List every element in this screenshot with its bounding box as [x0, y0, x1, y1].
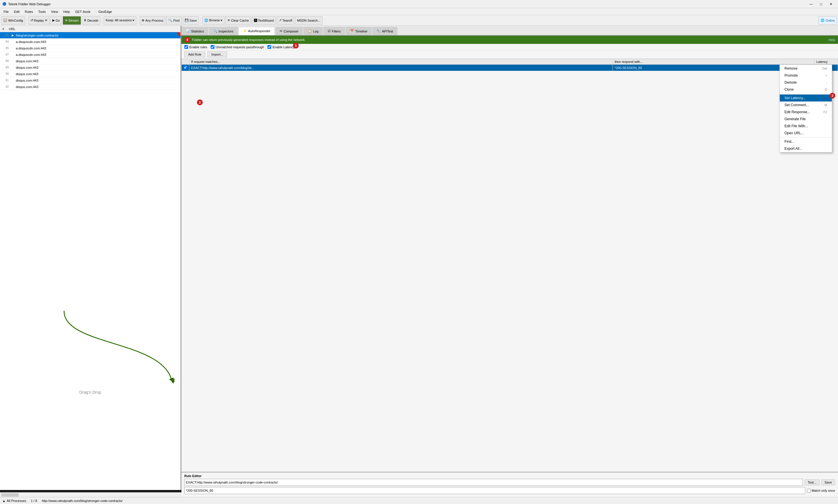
banner-text: Fiddler can return previously generated …	[192, 38, 305, 41]
horizontal-scrollbar[interactable]	[0, 492, 181, 497]
context-menu-find[interactable]: Find...	[780, 138, 832, 145]
badge-2: 2	[197, 100, 203, 105]
tab-statistics[interactable]: 📊 Statistics	[181, 27, 208, 35]
table-row[interactable]: EXACT:http://www.rahulpnath.com/blog/str…	[182, 65, 838, 71]
table-row[interactable]: 92 disqus.com:443	[0, 84, 180, 90]
session-url: disqus.com:443	[16, 79, 179, 82]
geoedge-menu[interactable]: GeoEdge	[96, 10, 112, 14]
unmatched-passthrough-label[interactable]: Unmatched requests passthrough	[211, 45, 264, 49]
titlebar: 🔵 Telerik Fiddler Web Debugger — □ ✕	[0, 0, 838, 8]
enable-latency-checkbox[interactable]	[267, 45, 271, 49]
tab-composer[interactable]: ✏ Composer	[275, 27, 303, 35]
tab-timeline[interactable]: 📅 Timeline	[345, 27, 372, 35]
context-menu-remove[interactable]: Remove Del	[780, 65, 832, 72]
tearoff-button[interactable]: ↗ Tearoff	[277, 16, 294, 24]
context-menu-set-comment[interactable]: Set Comment... M	[780, 102, 832, 109]
context-menu-promote[interactable]: Promote +	[780, 72, 832, 79]
text-wizard-button[interactable]: 🅰 TextWizard	[252, 16, 276, 24]
msdn-search-button[interactable]: MSDN Search...	[295, 16, 322, 24]
enable-latency-label[interactable]: Enable Latency 5	[267, 45, 295, 49]
help-link[interactable]: Help	[828, 38, 835, 41]
session-number: 88	[1, 59, 10, 62]
match-only-once-label[interactable]: Match only once	[807, 489, 835, 492]
enable-rules-label[interactable]: Enable rules	[184, 45, 207, 49]
tab-inspectors[interactable]: 🔍 Inspectors	[209, 27, 238, 35]
rule-editor-label: Rule Editor	[184, 474, 835, 478]
svg-marker-0	[170, 379, 175, 384]
table-row[interactable]: 80 ▶ /blog/stronger-code-contracts/ 1	[0, 32, 180, 39]
menu-rules[interactable]: Rules	[22, 10, 35, 14]
session-url: disqus.com:443	[16, 59, 179, 63]
save-button[interactable]: 💾 Save	[183, 16, 199, 24]
table-row[interactable]: 84 a.disquscdn.com:443	[0, 39, 180, 45]
col-check	[182, 59, 189, 65]
tab-apitest[interactable]: 🔧 APITest	[372, 27, 397, 35]
stream-icon: ≋	[65, 18, 68, 22]
rule-respond-input[interactable]	[184, 487, 805, 494]
add-rule-button[interactable]: Add Rule	[184, 52, 205, 57]
rule-save-button[interactable]: Save	[821, 480, 835, 485]
log-icon: 📋	[308, 29, 312, 33]
table-row[interactable]: 87 a.disquscdn.com:443	[0, 52, 180, 58]
rules-table-container: If request matches... then respond with.…	[181, 59, 838, 472]
context-menu-set-latency[interactable]: Set Latency... 3	[780, 94, 832, 102]
table-row[interactable]: 88 disqus.com:443	[0, 58, 180, 64]
browse-button[interactable]: 🌐 Browse ▾	[202, 16, 225, 24]
badge-5: 5	[293, 43, 299, 49]
context-menu-edit-response[interactable]: Edit Response... F2	[780, 109, 832, 115]
decode-button[interactable]: ⬇ Decode	[82, 16, 100, 24]
maximize-button[interactable]: □	[816, 1, 826, 7]
tab-filters[interactable]: ☑ Filters	[323, 27, 345, 35]
keep-sessions-button[interactable]: Keep: All sessions ▾	[104, 16, 136, 24]
close-button[interactable]: ✕	[826, 1, 836, 7]
badge-3: 3	[830, 93, 835, 98]
tab-autoresponder[interactable]: ⚡ AutoResponder	[238, 27, 275, 35]
session-url: disqus.com:443	[16, 66, 179, 69]
session-list[interactable]: 80 ▶ /blog/stronger-code-contracts/ 1 84…	[0, 32, 180, 265]
filters-icon: ☑	[328, 29, 331, 33]
menu-get-book[interactable]: GET /book	[73, 10, 93, 14]
context-menu-edit-file-with[interactable]: Edit File With...	[780, 123, 832, 130]
header-url: URL	[7, 27, 17, 31]
replay-icon: ↺	[31, 18, 33, 22]
context-menu-export-all[interactable]: Export All...	[780, 145, 832, 152]
scrollbar-thumb[interactable]	[1, 493, 19, 497]
minimize-button[interactable]: —	[806, 1, 816, 7]
stream-button[interactable]: ≋ Stream	[63, 16, 81, 24]
menu-tools[interactable]: Tools	[36, 10, 48, 14]
table-row[interactable]: 90 disqus.com:443	[0, 71, 180, 77]
context-menu-clone[interactable]: Clone D	[780, 86, 832, 93]
test-button[interactable]: Test...	[805, 480, 820, 485]
context-menu-demote[interactable]: Demote -	[780, 79, 832, 86]
badge-4: 4	[184, 37, 190, 43]
menu-file[interactable]: File	[1, 10, 11, 14]
tab-log[interactable]: 📋 Log	[303, 27, 323, 35]
winconfig-button[interactable]: 🪟 WinConfig	[1, 16, 25, 24]
app-icon: 🔵	[2, 2, 6, 6]
find-button[interactable]: 🔍 Find	[166, 16, 181, 24]
go-button[interactable]: ▶ Go	[50, 16, 62, 24]
table-row[interactable]: 85 a.disquscdn.com:443	[0, 45, 180, 52]
enable-rules-checkbox[interactable]	[184, 45, 188, 49]
any-process-button[interactable]: ⊕ Any Process	[140, 16, 165, 24]
table-row[interactable]: 91 disqus.com:443	[0, 77, 180, 84]
context-menu: Remove Del Promote + Demote - Clone D S	[780, 65, 832, 152]
session-number: 90	[1, 72, 10, 75]
unmatched-passthrough-checkbox[interactable]	[211, 45, 214, 49]
import-button[interactable]: Import...	[208, 52, 227, 57]
menu-edit[interactable]: Edit	[12, 10, 22, 14]
context-menu-generate-file[interactable]: Generate File	[780, 115, 832, 123]
session-list-header: # URL	[0, 26, 180, 32]
context-menu-open-url[interactable]: Open URL...	[780, 130, 832, 137]
table-row[interactable]: 89 disqus.com:443	[0, 64, 180, 71]
online-button[interactable]: 🌐 Online	[818, 16, 837, 24]
replay-button[interactable]: ↺ Replay ✕	[29, 16, 50, 24]
right-panel: 📊 Statistics 🔍 Inspectors ⚡ AutoResponde…	[181, 26, 838, 497]
rules-table: If request matches... then respond with.…	[181, 59, 838, 71]
menu-view[interactable]: View	[49, 10, 60, 14]
rule-match-input[interactable]	[184, 479, 803, 486]
session-url: disqus.com:443	[16, 85, 179, 89]
clear-cache-button[interactable]: ✕ Clear Cache	[225, 16, 251, 24]
menu-help[interactable]: Help	[61, 10, 72, 14]
match-only-once-checkbox[interactable]	[807, 489, 811, 492]
